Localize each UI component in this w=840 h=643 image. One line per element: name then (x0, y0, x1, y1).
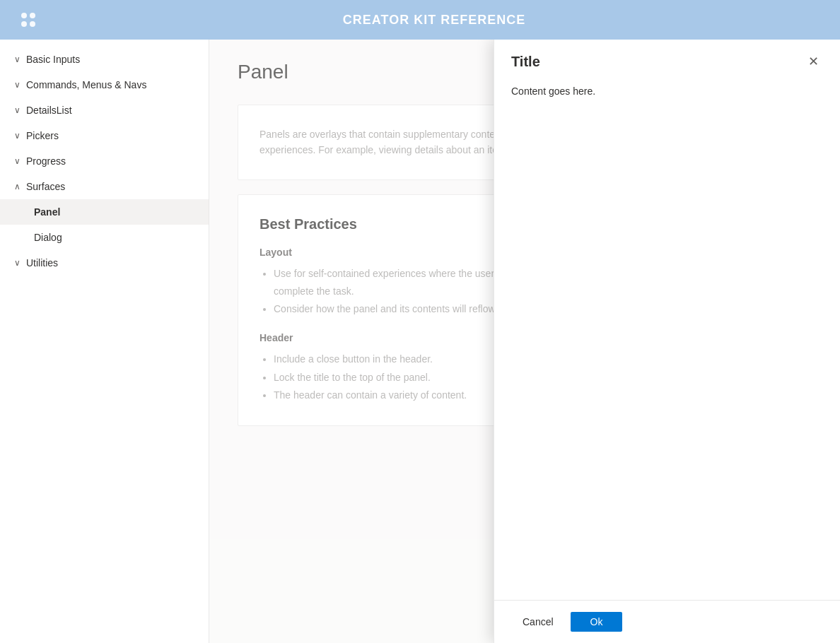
svg-point-3 (30, 21, 35, 27)
dialog-close-button[interactable]: ✕ (804, 54, 823, 69)
sidebar-item-label: DetailsList (26, 105, 72, 116)
chevron-up-icon: ∧ (14, 182, 21, 191)
logo (14, 6, 42, 34)
sidebar-item-commands-menus-navs[interactable]: ∨ Commands, Menus & Navs (0, 72, 209, 98)
sidebar-item-label: Utilities (26, 257, 58, 269)
dialog-footer: Cancel Ok (494, 600, 840, 643)
sidebar-sub-item-panel[interactable]: Panel (0, 199, 209, 225)
sidebar-item-pickers[interactable]: ∨ Pickers (0, 123, 209, 148)
sidebar: ∨ Basic Inputs ∨ Commands, Menus & Navs … (0, 40, 209, 643)
sidebar-item-utilities[interactable]: ∨ Utilities (0, 250, 209, 276)
sidebar-item-label: Pickers (26, 130, 59, 141)
sidebar-item-label: Commands, Menus & Navs (26, 79, 146, 90)
svg-point-2 (21, 21, 27, 27)
chevron-down-icon: ∨ (14, 156, 21, 166)
app-title: CREATOR KIT REFERENCE (42, 13, 826, 28)
sidebar-sub-item-dialog[interactable]: Dialog (0, 225, 209, 250)
sidebar-item-label: Surfaces (26, 181, 65, 192)
sidebar-item-label: Progress (26, 155, 66, 167)
sidebar-item-progress[interactable]: ∨ Progress (0, 148, 209, 174)
sidebar-sub-item-label: Panel (34, 206, 60, 218)
svg-point-0 (21, 13, 27, 18)
dialog-content-text: Content goes here. (511, 84, 823, 99)
chevron-down-icon: ∨ (14, 80, 21, 90)
svg-point-1 (30, 13, 35, 18)
sidebar-sub-item-label: Dialog (34, 232, 62, 243)
sidebar-item-basic-inputs[interactable]: ∨ Basic Inputs (0, 47, 209, 72)
dialog-title: Title (511, 54, 540, 70)
sidebar-item-surfaces[interactable]: ∧ Surfaces (0, 174, 209, 199)
dialog-overlay: Title ✕ Content goes here. Cancel Ok (494, 40, 840, 643)
chevron-down-icon: ∨ (14, 258, 21, 268)
dialog-header: Title ✕ (494, 40, 840, 77)
chevron-down-icon: ∨ (14, 131, 21, 141)
top-bar: CREATOR KIT REFERENCE (0, 0, 840, 40)
dialog-box: Title ✕ Content goes here. Cancel Ok (494, 40, 840, 643)
ok-button[interactable]: Ok (571, 612, 623, 632)
chevron-down-icon: ∨ (14, 105, 21, 115)
cancel-button[interactable]: Cancel (511, 612, 565, 632)
main-layout: ∨ Basic Inputs ∨ Commands, Menus & Navs … (0, 40, 840, 643)
sidebar-item-details-list[interactable]: ∨ DetailsList (0, 98, 209, 123)
sidebar-item-label: Basic Inputs (26, 54, 80, 65)
dialog-content: Content goes here. (494, 77, 840, 600)
chevron-down-icon: ∨ (14, 54, 21, 64)
